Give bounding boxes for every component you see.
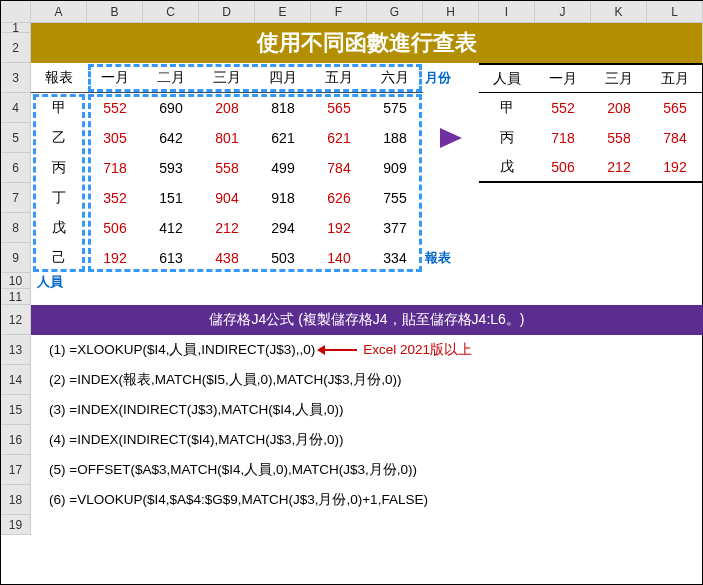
t1-value-cell[interactable]: 801 — [199, 123, 255, 153]
row-header-9[interactable]: 9 — [1, 243, 31, 273]
t1-value-cell[interactable]: 690 — [143, 93, 199, 123]
t2-header-cell[interactable]: 人員 — [479, 63, 535, 93]
t1-value-cell[interactable]: 621 — [311, 123, 367, 153]
t2-value-cell[interactable]: 552 — [535, 93, 591, 123]
row-header-8[interactable]: 8 — [1, 213, 31, 243]
row-header-14[interactable]: 14 — [1, 365, 31, 395]
t1-value-cell[interactable]: 188 — [367, 123, 423, 153]
t1-value-cell[interactable]: 140 — [311, 243, 367, 273]
t1-value-cell[interactable]: 626 — [311, 183, 367, 213]
row-header-2[interactable]: 2 — [1, 33, 31, 63]
formula-row[interactable]: (2) =INDEX(報表,MATCH($I5,人員,0),MATCH(J$3,… — [31, 365, 703, 395]
row-header-3[interactable]: 3 — [1, 63, 31, 93]
t1-header-cell[interactable]: 三月 — [199, 63, 255, 93]
t1-value-cell[interactable]: 904 — [199, 183, 255, 213]
t1-value-cell[interactable]: 212 — [199, 213, 255, 243]
t1-header-cell[interactable]: 六月 — [367, 63, 423, 93]
t1-name-cell[interactable]: 甲 — [31, 93, 87, 123]
t1-value-cell[interactable]: 593 — [143, 153, 199, 183]
column-header-K[interactable]: K — [591, 1, 647, 23]
row-header-18[interactable]: 18 — [1, 485, 31, 515]
t1-value-cell[interactable]: 192 — [311, 213, 367, 243]
t1-value-cell[interactable]: 784 — [311, 153, 367, 183]
t1-value-cell[interactable]: 377 — [367, 213, 423, 243]
t1-value-cell[interactable]: 506 — [87, 213, 143, 243]
t1-value-cell[interactable]: 208 — [199, 93, 255, 123]
t2-value-cell[interactable]: 718 — [535, 123, 591, 153]
t2-header-cell[interactable]: 五月 — [647, 63, 703, 93]
t1-value-cell[interactable]: 151 — [143, 183, 199, 213]
column-header-L[interactable]: L — [647, 1, 703, 23]
t1-value-cell[interactable]: 755 — [367, 183, 423, 213]
t1-value-cell[interactable]: 565 — [311, 93, 367, 123]
t1-name-cell[interactable]: 丁 — [31, 183, 87, 213]
t1-value-cell[interactable]: 352 — [87, 183, 143, 213]
t1-header-cell[interactable]: 報表 — [31, 63, 87, 93]
column-header-E[interactable]: E — [255, 1, 311, 23]
t1-header-cell[interactable]: 四月 — [255, 63, 311, 93]
row-header-11[interactable]: 11 — [1, 289, 31, 305]
row-header-5[interactable]: 5 — [1, 123, 31, 153]
t2-value-cell[interactable]: 208 — [591, 93, 647, 123]
t2-value-cell[interactable]: 192 — [647, 153, 703, 183]
t2-value-cell[interactable]: 212 — [591, 153, 647, 183]
t1-value-cell[interactable]: 558 — [199, 153, 255, 183]
t1-value-cell[interactable]: 294 — [255, 213, 311, 243]
t1-value-cell[interactable]: 613 — [143, 243, 199, 273]
t1-name-cell[interactable]: 戊 — [31, 213, 87, 243]
t1-name-cell[interactable]: 己 — [31, 243, 87, 273]
column-header-G[interactable]: G — [367, 1, 423, 23]
row-header-15[interactable]: 15 — [1, 395, 31, 425]
t1-value-cell[interactable]: 642 — [143, 123, 199, 153]
t2-name-cell[interactable]: 甲 — [479, 93, 535, 123]
column-header-F[interactable]: F — [311, 1, 367, 23]
column-header-B[interactable]: B — [87, 1, 143, 23]
row-header-17[interactable]: 17 — [1, 455, 31, 485]
formula-row[interactable]: (4) =INDEX(INDIRECT($I4),MATCH(J$3,月份,0)… — [31, 425, 703, 455]
t1-value-cell[interactable]: 305 — [87, 123, 143, 153]
t2-header-cell[interactable]: 一月 — [535, 63, 591, 93]
row-header-1[interactable]: 1 — [1, 23, 31, 33]
column-header-H[interactable]: H — [423, 1, 479, 23]
formula-row[interactable]: (5) =OFFSET($A$3,MATCH($I4,人員,0),MATCH(J… — [31, 455, 703, 485]
t1-value-cell[interactable]: 192 — [87, 243, 143, 273]
t1-value-cell[interactable]: 334 — [367, 243, 423, 273]
t2-header-cell[interactable]: 三月 — [591, 63, 647, 93]
row-header-12[interactable]: 12 — [1, 305, 31, 335]
t1-name-cell[interactable]: 丙 — [31, 153, 87, 183]
t2-name-cell[interactable]: 戊 — [479, 153, 535, 183]
t1-header-cell[interactable]: 五月 — [311, 63, 367, 93]
t1-value-cell[interactable]: 918 — [255, 183, 311, 213]
row-header-10[interactable]: 10 — [1, 273, 31, 289]
column-header-J[interactable]: J — [535, 1, 591, 23]
t1-header-cell[interactable]: 一月 — [87, 63, 143, 93]
t2-value-cell[interactable]: 565 — [647, 93, 703, 123]
t1-name-cell[interactable]: 乙 — [31, 123, 87, 153]
row-header-6[interactable]: 6 — [1, 153, 31, 183]
t2-value-cell[interactable]: 506 — [535, 153, 591, 183]
row-header-4[interactable]: 4 — [1, 93, 31, 123]
t1-value-cell[interactable]: 438 — [199, 243, 255, 273]
row-header-7[interactable]: 7 — [1, 183, 31, 213]
t1-value-cell[interactable]: 552 — [87, 93, 143, 123]
row-header-16[interactable]: 16 — [1, 425, 31, 455]
t2-value-cell[interactable]: 558 — [591, 123, 647, 153]
row-header-19[interactable]: 19 — [1, 515, 31, 535]
t1-value-cell[interactable]: 575 — [367, 93, 423, 123]
row-header-13[interactable]: 13 — [1, 335, 31, 365]
column-header-I[interactable]: I — [479, 1, 535, 23]
t1-value-cell[interactable]: 499 — [255, 153, 311, 183]
t1-value-cell[interactable]: 818 — [255, 93, 311, 123]
t1-header-cell[interactable]: 二月 — [143, 63, 199, 93]
t2-name-cell[interactable]: 丙 — [479, 123, 535, 153]
t1-value-cell[interactable]: 621 — [255, 123, 311, 153]
formula-row[interactable]: (6) =VLOOKUP($I4,$A$4:$G$9,MATCH(J$3,月份,… — [31, 485, 703, 515]
t2-value-cell[interactable]: 784 — [647, 123, 703, 153]
t1-value-cell[interactable]: 412 — [143, 213, 199, 243]
column-header-D[interactable]: D — [199, 1, 255, 23]
formula-row[interactable]: (1) =XLOOKUP($I4,人員,INDIRECT(J$3),,0)Exc… — [31, 335, 703, 365]
formula-row[interactable]: (3) =INDEX(INDIRECT(J$3),MATCH($I4,人員,0)… — [31, 395, 703, 425]
column-header-A[interactable]: A — [31, 1, 87, 23]
t1-value-cell[interactable]: 718 — [87, 153, 143, 183]
column-header-C[interactable]: C — [143, 1, 199, 23]
